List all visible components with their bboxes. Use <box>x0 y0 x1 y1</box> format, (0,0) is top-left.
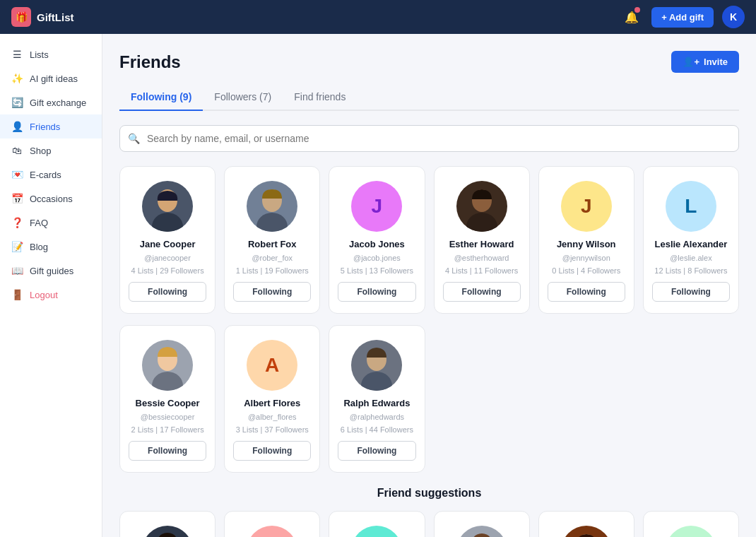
username-jane-cooper: @janecooper <box>144 254 191 262</box>
name-leslie-alexander: Leslie Alexander <box>654 239 727 249</box>
tab-followers[interactable]: Followers (7) <box>203 84 283 111</box>
friend-card-albert-flores: A Albert Flores @alber_flores 3 Lists | … <box>224 325 320 473</box>
following-btn-leslie-alexander[interactable]: Following <box>652 282 730 302</box>
ai-gift-ideas-icon: ✨ <box>11 73 23 84</box>
sidebar-item-ai-gift-ideas[interactable]: ✨ AI gift ideas <box>0 66 102 90</box>
suggestions-section: Friend suggestions Floyd Miles <box>119 487 739 537</box>
sidebar-item-blog[interactable]: 📝 Blog <box>0 235 102 259</box>
avatar-leslie-alexander: L <box>666 181 716 232</box>
avatar-jenny-wilson: J <box>561 181 612 232</box>
sidebar-item-lists[interactable]: ☰ Lists <box>0 42 102 66</box>
sidebar-item-friends[interactable]: 👤 Friends <box>0 114 102 138</box>
avatar-jerome-bell: J <box>666 526 716 537</box>
username-jenny-wilson: @jennywilson <box>562 254 610 262</box>
friend-card-jane-cooper: Jane Cooper @janecooper 4 Lists | 29 Fol… <box>119 166 215 314</box>
following-btn-esther-howard[interactable]: Following <box>443 282 521 302</box>
sidebar-item-gift-exchange[interactable]: 🔄 Gift exchange <box>0 90 102 114</box>
username-esther-howard: @estherhoward <box>454 254 509 262</box>
sidebar-label-shop: Shop <box>30 146 51 156</box>
suggestion-card-jerome-bell: J Jerome Bell › <box>643 511 739 537</box>
suggestions-title: Friend suggestions <box>119 487 739 500</box>
stats-esther-howard: 4 Lists | 11 Followers <box>445 266 518 275</box>
sidebar-label-occasions: Occasions <box>30 194 73 204</box>
invite-icon: 👤+ <box>683 57 699 67</box>
sidebar-item-faq[interactable]: ❓ FAQ <box>0 211 102 235</box>
name-esther-howard: Esther Howard <box>449 239 514 249</box>
following-btn-albert-flores[interactable]: Following <box>233 441 311 461</box>
ecards-icon: 💌 <box>11 169 23 180</box>
app-logo[interactable]: 🎁 GiftList <box>11 7 74 27</box>
blog-icon: 📝 <box>11 241 23 252</box>
sidebar-label-friends: Friends <box>30 122 60 132</box>
gift-guides-icon: 📖 <box>11 265 23 276</box>
stats-albert-flores: 3 Lists | 37 Followers <box>236 425 309 434</box>
app-name: GiftList <box>37 11 74 23</box>
suggestions-grid: Floyd Miles D Darlene Robertson A Annett… <box>119 511 739 537</box>
notifications-button[interactable]: 🔔 <box>620 6 643 28</box>
stats-jane-cooper: 4 Lists | 29 Followers <box>131 266 204 275</box>
friend-card-robert-fox: Robert Fox @rober_fox 1 Lists | 19 Follo… <box>224 166 320 314</box>
logout-icon: 🚪 <box>11 289 23 300</box>
avatar-ralph-edwards <box>351 340 402 391</box>
logo-icon: 🎁 <box>11 7 31 27</box>
add-gift-button[interactable]: + Add gift <box>651 7 714 28</box>
following-btn-jacob-jones[interactable]: Following <box>338 282 415 302</box>
avatar-bessie-cooper <box>142 340 193 391</box>
name-albert-flores: Albert Flores <box>244 398 300 408</box>
topnav: 🎁 GiftList 🔔 + Add gift K <box>0 0 756 34</box>
sidebar-label-faq: FAQ <box>30 218 48 228</box>
following-btn-bessie-cooper[interactable]: Following <box>129 441 206 461</box>
tab-find-friends[interactable]: Find friends <box>283 84 357 111</box>
faq-icon: ❓ <box>11 217 23 228</box>
sidebar-item-logout[interactable]: 🚪 Logout <box>0 283 102 307</box>
suggestion-card-annette-black: A Annette Black <box>329 511 425 537</box>
username-albert-flores: @alber_flores <box>248 413 297 421</box>
friend-card-esther-howard: Esther Howard @estherhoward 4 Lists | 11… <box>434 166 530 314</box>
main-content: Friends 👤+ Invite Following (9) Follower… <box>102 34 756 537</box>
suggestion-card-darlene-robertson: D Darlene Robertson <box>224 511 320 537</box>
user-avatar[interactable]: K <box>722 6 745 28</box>
avatar-jacob-jones: J <box>351 181 402 232</box>
notification-badge <box>634 7 640 13</box>
add-gift-label: + Add gift <box>661 12 704 23</box>
friends-icon: 👤 <box>11 121 23 132</box>
avatar-darlene-robertson: D <box>247 526 297 537</box>
stats-jacob-jones: 5 Lists | 13 Followers <box>341 266 413 275</box>
avatar-floyd-miles <box>142 526 193 537</box>
invite-label: Invite <box>704 57 728 67</box>
search-icon: 🔍 <box>128 133 140 144</box>
suggestion-card-dianne-russell: Dianne Russell <box>538 511 634 537</box>
stats-leslie-alexander: 12 Lists | 8 Followers <box>654 266 727 275</box>
avatar-ronald-richards <box>456 526 507 537</box>
tabs-bar: Following (9) Followers (7) Find friends <box>119 84 739 111</box>
page-header: Friends 👤+ Invite <box>119 51 739 73</box>
avatar-jane-cooper <box>142 181 193 232</box>
sidebar: ☰ Lists ✨ AI gift ideas 🔄 Gift exchange … <box>0 34 102 537</box>
sidebar-label-logout: Logout <box>30 290 58 300</box>
sidebar-label-ai-gift-ideas: AI gift ideas <box>30 73 78 84</box>
user-initial: K <box>730 11 737 23</box>
friend-card-bessie-cooper: Bessie Cooper @bessiecooper 2 Lists | 17… <box>119 325 215 473</box>
shop-icon: 🛍 <box>11 145 23 156</box>
name-jenny-wilson: Jenny Wilson <box>557 239 616 249</box>
following-btn-jane-cooper[interactable]: Following <box>129 282 206 302</box>
occasions-icon: 📅 <box>11 193 23 204</box>
tab-following[interactable]: Following (9) <box>119 84 203 111</box>
sidebar-label-lists: Lists <box>30 49 49 60</box>
name-jane-cooper: Jane Cooper <box>140 239 196 249</box>
page-title: Friends <box>119 52 181 72</box>
sidebar-label-ecards: E-cards <box>30 170 61 180</box>
following-btn-jenny-wilson[interactable]: Following <box>548 282 625 302</box>
following-btn-robert-fox[interactable]: Following <box>233 282 311 302</box>
stats-robert-fox: 1 Lists | 19 Followers <box>236 266 309 275</box>
search-wrap: 🔍 <box>119 125 739 152</box>
name-jacob-jones: Jacob Jones <box>349 239 405 249</box>
sidebar-item-ecards[interactable]: 💌 E-cards <box>0 163 102 187</box>
sidebar-item-occasions[interactable]: 📅 Occasions <box>0 187 102 211</box>
sidebar-label-gift-guides: Gift guides <box>30 266 73 276</box>
sidebar-item-shop[interactable]: 🛍 Shop <box>0 138 102 163</box>
sidebar-item-gift-guides[interactable]: 📖 Gift guides <box>0 259 102 283</box>
invite-button[interactable]: 👤+ Invite <box>671 51 739 73</box>
following-btn-ralph-edwards[interactable]: Following <box>338 441 415 461</box>
search-input[interactable] <box>119 125 739 152</box>
